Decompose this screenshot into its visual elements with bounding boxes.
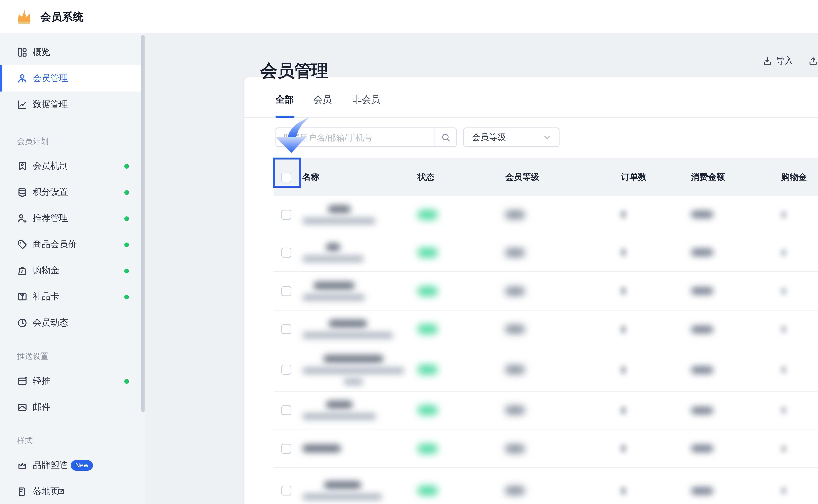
crown-outline-icon xyxy=(17,460,27,471)
search-box xyxy=(276,127,457,147)
enabled-dot xyxy=(124,268,129,273)
member-name-redacted xyxy=(328,205,350,213)
coins-icon xyxy=(17,187,27,197)
table-row: 3 xyxy=(274,310,818,348)
search-icon xyxy=(441,132,451,142)
row-checkbox[interactable] xyxy=(281,365,291,375)
cell-credit-redacted xyxy=(781,249,786,256)
member-level-select[interactable]: 会员等级 xyxy=(463,127,559,147)
member-email-redacted xyxy=(302,255,364,262)
member-name-redacted xyxy=(326,243,340,251)
shopping-bag-icon: $ xyxy=(17,265,27,276)
sidebar-section-label: 推送设置 xyxy=(17,351,48,362)
import-icon xyxy=(762,56,772,66)
page-title: 会员管理 xyxy=(261,60,329,83)
sidebar-item-label: 推荐管理 xyxy=(33,212,68,224)
table-row: 3 xyxy=(274,271,818,310)
cell-credit-redacted xyxy=(781,366,786,373)
enabled-dot xyxy=(124,216,129,221)
cell-credit-redacted xyxy=(781,445,786,452)
col-level: 会员等级 xyxy=(505,158,539,196)
clock-icon xyxy=(17,318,27,328)
tab-members[interactable]: 会员 xyxy=(314,94,332,106)
chevron-down-icon xyxy=(543,133,551,141)
cell-orders-redacted xyxy=(621,248,626,256)
cell-orders-redacted xyxy=(621,325,626,333)
screen: 会员系统 Pro W 概览 会员管理 数据管理 会员计划 会员机制 积分设置 推… xyxy=(0,0,818,504)
table-row: 3 xyxy=(274,467,818,504)
row-checkbox[interactable] xyxy=(281,324,291,334)
sidebar-item-label: 积分设置 xyxy=(33,186,68,198)
checkbox-highlight-box xyxy=(273,158,301,188)
sidebar-item-购物金[interactable]: $ 购物金 xyxy=(0,258,141,284)
status-badge-redacted xyxy=(418,486,438,496)
sidebar-item-会员管理[interactable]: 会员管理 xyxy=(0,65,141,92)
cell-orders-redacted xyxy=(621,445,626,452)
status-badge-redacted xyxy=(418,365,438,375)
tab-non-members[interactable]: 非会员 xyxy=(353,94,380,106)
row-checkbox[interactable] xyxy=(281,486,291,496)
sidebar-item-邮件[interactable]: 邮件 xyxy=(0,394,141,420)
sidebar-item-label: 会员机制 xyxy=(33,160,68,172)
cell-amount-redacted xyxy=(691,406,713,414)
sidebar-item-数据管理[interactable]: 数据管理 xyxy=(0,92,141,118)
sidebar: 概览 会员管理 数据管理 会员计划 会员机制 积分设置 推荐管理 商品会员价 $… xyxy=(0,33,145,504)
tabbar-divider xyxy=(244,117,818,118)
sidebar-item-会员动态[interactable]: 会员动态 xyxy=(0,310,141,336)
cell-name-redacted xyxy=(302,233,364,271)
cell-credit-redacted xyxy=(781,287,786,294)
chart-icon xyxy=(17,99,27,110)
mail-icon xyxy=(17,402,27,412)
import-button[interactable]: 导入 xyxy=(762,55,793,67)
sidebar-item-推荐管理[interactable]: 推荐管理 xyxy=(0,205,141,231)
sidebar-item-礼品卡[interactable]: 礼品卡 xyxy=(0,284,141,310)
member-name-redacted xyxy=(323,355,383,362)
export-button[interactable]: 导出 xyxy=(808,55,818,67)
member-name-redacted xyxy=(302,445,341,452)
crown-logo-icon xyxy=(16,8,33,25)
cell-amount-redacted xyxy=(691,487,713,495)
sidebar-item-落地页[interactable]: 落地页 xyxy=(0,479,141,504)
table-row: 1 xyxy=(274,348,818,391)
sidebar-item-概览[interactable]: 概览 xyxy=(0,39,141,65)
col-amount: 消费金额 xyxy=(691,158,725,196)
search-button[interactable] xyxy=(435,128,456,146)
row-checkbox[interactable] xyxy=(281,210,291,219)
row-checkbox[interactable] xyxy=(281,247,291,257)
tab-all[interactable]: 全部 xyxy=(276,94,294,106)
row-checkbox[interactable] xyxy=(281,444,291,453)
status-badge-redacted xyxy=(418,210,438,219)
sidebar-item-轻推[interactable]: 轻推 xyxy=(0,368,141,394)
cell-name-redacted xyxy=(302,348,404,391)
member-table-card: 全部 会员 非会员 会员等级 名称 状态 xyxy=(244,77,818,504)
row-checkbox[interactable] xyxy=(281,405,291,415)
sidebar-item-积分设置[interactable]: 积分设置 xyxy=(0,179,141,205)
member-email-redacted xyxy=(302,367,404,374)
cell-name-redacted xyxy=(302,272,365,310)
cell-level-redacted xyxy=(505,287,525,295)
search-input[interactable] xyxy=(276,128,435,146)
gift-card-icon xyxy=(17,292,27,302)
cell-credit-redacted xyxy=(781,211,786,218)
cell-level-redacted xyxy=(505,365,525,374)
sidebar-scrollbar[interactable] xyxy=(141,35,145,412)
table-viewport: 名称 状态 会员等级 订单数 消费金额 购物金 礼品卡 积分 0 1 xyxy=(274,158,818,504)
sidebar-item-label: 商品会员价 xyxy=(33,239,77,250)
cell-level-redacted xyxy=(505,210,525,219)
grid-icon xyxy=(17,47,27,58)
new-badge: New xyxy=(71,460,93,471)
cell-name-redacted xyxy=(302,429,341,467)
sidebar-item-label: 轻推 xyxy=(33,375,50,387)
sidebar-item-品牌塑造[interactable]: 品牌塑造 New xyxy=(0,452,141,479)
cell-level-redacted xyxy=(505,444,525,453)
row-checkbox[interactable] xyxy=(281,286,291,296)
cell-level-redacted xyxy=(505,325,525,333)
enabled-dot xyxy=(124,294,129,299)
member-email-redacted xyxy=(302,494,382,500)
status-badge-redacted xyxy=(418,405,438,415)
sidebar-item-会员机制[interactable]: 会员机制 xyxy=(0,153,141,179)
user-plus-icon xyxy=(17,213,27,224)
sidebar-item-label: 邮件 xyxy=(33,401,50,413)
sidebar-item-商品会员价[interactable]: 商品会员价 xyxy=(0,231,141,258)
sidebar-item-label: 会员动态 xyxy=(33,317,68,329)
